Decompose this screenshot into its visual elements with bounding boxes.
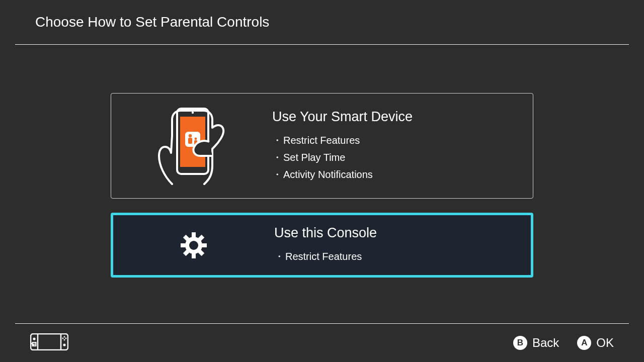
- svg-point-29: [64, 339, 65, 341]
- a-button-icon: A: [577, 336, 591, 350]
- svg-point-1: [192, 112, 194, 114]
- svg-point-21: [33, 337, 35, 340]
- feature-item: Restrict Features: [272, 132, 533, 149]
- hint-back[interactable]: B Back: [513, 336, 559, 350]
- feature-item: Restrict Features: [274, 248, 531, 265]
- svg-point-26: [62, 338, 64, 339]
- option-smart-device[interactable]: Use Your Smart Device Restrict Features …: [111, 93, 533, 199]
- option-text-area: Use this Console Restrict Features: [274, 225, 531, 265]
- options-container: Use Your Smart Device Restrict Features …: [0, 93, 644, 278]
- footer-left: [30, 333, 68, 352]
- feature-item: Set Play Time: [272, 149, 533, 166]
- svg-rect-8: [192, 232, 196, 237]
- b-button-icon: B: [513, 336, 527, 350]
- option-text-area: Use Your Smart Device Restrict Features …: [272, 109, 533, 183]
- gear-icon: [181, 232, 207, 258]
- option-title: Use Your Smart Device: [272, 109, 533, 125]
- svg-rect-9: [192, 253, 196, 258]
- svg-point-4: [189, 134, 192, 137]
- svg-point-6: [195, 138, 197, 140]
- hint-label: OK: [596, 336, 614, 350]
- svg-rect-11: [202, 243, 207, 247]
- header-divider: [15, 44, 629, 45]
- feature-item: Activity Notifications: [272, 166, 533, 183]
- footer: B Back A OK: [0, 324, 644, 362]
- footer-hints: B Back A OK: [513, 336, 614, 350]
- phone-in-hand-icon: [154, 106, 229, 186]
- svg-point-28: [64, 336, 65, 338]
- option-title: Use this Console: [274, 225, 531, 241]
- svg-point-27: [65, 338, 67, 339]
- svg-rect-10: [181, 243, 186, 247]
- option-icon-area: [113, 232, 274, 258]
- option-features-list: Restrict Features Set Play Time Activity…: [272, 132, 533, 183]
- option-icon-area: [111, 106, 272, 186]
- hint-ok[interactable]: A OK: [577, 336, 614, 350]
- svg-point-17: [189, 241, 198, 250]
- option-features-list: Restrict Features: [274, 248, 531, 265]
- svg-point-25: [63, 343, 65, 346]
- header: Choose How to Set Parental Controls: [0, 0, 644, 44]
- controller-icon: [30, 333, 68, 350]
- page-title: Choose How to Set Parental Controls: [35, 14, 269, 30]
- svg-rect-5: [188, 138, 192, 144]
- option-this-console[interactable]: Use this Console Restrict Features: [111, 213, 533, 278]
- hint-label: Back: [532, 336, 559, 350]
